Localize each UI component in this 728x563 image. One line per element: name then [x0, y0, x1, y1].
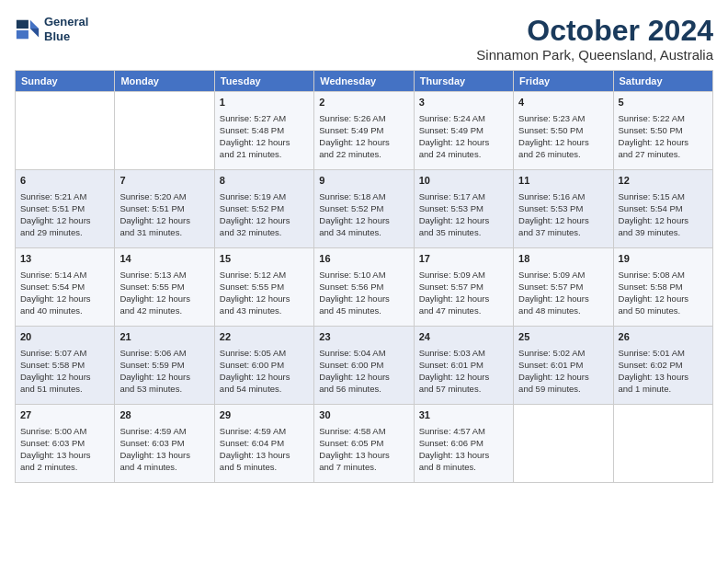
day-number: 31 — [419, 408, 508, 422]
day-detail: Sunrise: 5:27 AM Sunset: 5:48 PM Dayligh… — [220, 112, 309, 161]
day-number: 29 — [220, 408, 309, 422]
col-saturday: Saturday — [613, 71, 712, 92]
header: General Blue October 2024 Sinnamon Park,… — [15, 15, 713, 63]
day-number: 13 — [20, 252, 109, 266]
cell-w5-d5 — [514, 405, 613, 483]
col-sunday: Sunday — [16, 71, 115, 92]
day-detail: Sunrise: 5:23 AM Sunset: 5:50 PM Dayligh… — [518, 112, 608, 161]
cell-w5-d6 — [613, 405, 712, 483]
day-detail: Sunrise: 5:24 AM Sunset: 5:49 PM Dayligh… — [419, 112, 508, 161]
cell-w3-d2: 15Sunrise: 5:12 AM Sunset: 5:55 PM Dayli… — [214, 248, 313, 327]
day-detail: Sunrise: 5:18 AM Sunset: 5:52 PM Dayligh… — [319, 190, 408, 239]
day-detail: Sunrise: 5:21 AM Sunset: 5:51 PM Dayligh… — [20, 190, 109, 239]
day-number: 19 — [619, 252, 708, 266]
cell-w5-d4: 31Sunrise: 4:57 AM Sunset: 6:06 PM Dayli… — [414, 405, 513, 483]
logo: General Blue — [15, 15, 88, 43]
day-number: 12 — [619, 174, 708, 188]
day-detail: Sunrise: 4:57 AM Sunset: 6:06 PM Dayligh… — [419, 425, 508, 474]
day-detail: Sunrise: 5:20 AM Sunset: 5:51 PM Dayligh… — [119, 190, 209, 239]
cell-w3-d0: 13Sunrise: 5:14 AM Sunset: 5:54 PM Dayli… — [16, 248, 115, 327]
day-detail: Sunrise: 5:14 AM Sunset: 5:54 PM Dayligh… — [20, 269, 109, 317]
cell-w3-d5: 18Sunrise: 5:09 AM Sunset: 5:57 PM Dayli… — [514, 248, 613, 327]
day-number: 22 — [220, 330, 309, 344]
cell-w1-d4: 3Sunrise: 5:24 AM Sunset: 5:49 PM Daylig… — [414, 92, 513, 170]
cell-w5-d1: 28Sunrise: 4:59 AM Sunset: 6:03 PM Dayli… — [115, 405, 214, 483]
day-detail: Sunrise: 4:59 AM Sunset: 6:04 PM Dayligh… — [220, 425, 309, 474]
cell-w5-d2: 29Sunrise: 4:59 AM Sunset: 6:04 PM Dayli… — [214, 405, 313, 483]
day-detail: Sunrise: 5:26 AM Sunset: 5:49 PM Dayligh… — [319, 112, 408, 161]
cell-w3-d4: 17Sunrise: 5:09 AM Sunset: 5:57 PM Dayli… — [414, 248, 513, 327]
day-detail: Sunrise: 5:05 AM Sunset: 6:00 PM Dayligh… — [220, 347, 309, 396]
col-tuesday: Tuesday — [214, 71, 313, 92]
cell-w1-d2: 1Sunrise: 5:27 AM Sunset: 5:48 PM Daylig… — [214, 92, 313, 170]
cell-w2-d2: 8Sunrise: 5:19 AM Sunset: 5:52 PM Daylig… — [214, 170, 313, 248]
day-number: 21 — [119, 330, 209, 344]
day-detail: Sunrise: 5:01 AM Sunset: 6:02 PM Dayligh… — [619, 347, 708, 396]
cell-w4-d5: 25Sunrise: 5:02 AM Sunset: 6:01 PM Dayli… — [514, 327, 613, 405]
cell-w5-d3: 30Sunrise: 4:58 AM Sunset: 6:05 PM Dayli… — [314, 405, 414, 483]
day-number: 23 — [319, 330, 408, 344]
day-number: 17 — [419, 252, 508, 266]
day-number: 30 — [319, 408, 408, 422]
day-detail: Sunrise: 4:58 AM Sunset: 6:05 PM Dayligh… — [319, 425, 408, 474]
logo-line1: General — [44, 15, 88, 29]
location-title: Sinnamon Park, Queensland, Australia — [476, 47, 713, 63]
day-detail: Sunrise: 5:13 AM Sunset: 5:55 PM Dayligh… — [119, 269, 209, 317]
day-number: 10 — [419, 174, 508, 188]
day-detail: Sunrise: 5:22 AM Sunset: 5:50 PM Dayligh… — [619, 112, 708, 161]
cell-w5-d0: 27Sunrise: 5:00 AM Sunset: 6:03 PM Dayli… — [16, 405, 115, 483]
calendar-table: Sunday Monday Tuesday Wednesday Thursday… — [15, 70, 713, 483]
svg-rect-4 — [17, 30, 28, 39]
day-number: 14 — [119, 252, 209, 266]
title-block: October 2024 Sinnamon Park, Queensland, … — [476, 15, 713, 63]
day-detail: Sunrise: 5:17 AM Sunset: 5:53 PM Dayligh… — [419, 190, 508, 239]
calendar-body: 1Sunrise: 5:27 AM Sunset: 5:48 PM Daylig… — [16, 92, 713, 483]
svg-rect-3 — [17, 19, 28, 28]
cell-w4-d0: 20Sunrise: 5:07 AM Sunset: 5:58 PM Dayli… — [16, 327, 115, 405]
col-thursday: Thursday — [414, 71, 513, 92]
cell-w4-d6: 26Sunrise: 5:01 AM Sunset: 6:02 PM Dayli… — [613, 327, 712, 405]
day-number: 15 — [220, 252, 309, 266]
day-number: 3 — [419, 96, 508, 109]
day-number: 16 — [319, 252, 408, 266]
day-detail: Sunrise: 5:12 AM Sunset: 5:55 PM Dayligh… — [220, 269, 309, 317]
week-row-3: 13Sunrise: 5:14 AM Sunset: 5:54 PM Dayli… — [16, 248, 713, 327]
col-monday: Monday — [115, 71, 214, 92]
logo-text: General Blue — [44, 15, 88, 43]
cell-w4-d3: 23Sunrise: 5:04 AM Sunset: 6:00 PM Dayli… — [314, 327, 414, 405]
day-number: 26 — [619, 330, 708, 344]
day-detail: Sunrise: 5:04 AM Sunset: 6:00 PM Dayligh… — [319, 347, 408, 396]
day-detail: Sunrise: 5:00 AM Sunset: 6:03 PM Dayligh… — [20, 425, 109, 474]
day-detail: Sunrise: 5:09 AM Sunset: 5:57 PM Dayligh… — [419, 269, 508, 317]
day-number: 4 — [518, 96, 608, 109]
cell-w1-d3: 2Sunrise: 5:26 AM Sunset: 5:49 PM Daylig… — [314, 92, 414, 170]
cell-w2-d5: 11Sunrise: 5:16 AM Sunset: 5:53 PM Dayli… — [514, 170, 613, 248]
logo-line2: Blue — [44, 29, 88, 44]
week-row-2: 6Sunrise: 5:21 AM Sunset: 5:51 PM Daylig… — [16, 170, 713, 248]
day-detail: Sunrise: 5:09 AM Sunset: 5:57 PM Dayligh… — [518, 269, 608, 317]
day-number: 28 — [119, 408, 209, 422]
day-detail: Sunrise: 5:06 AM Sunset: 5:59 PM Dayligh… — [119, 347, 209, 396]
day-number: 6 — [20, 174, 109, 188]
cell-w4-d1: 21Sunrise: 5:06 AM Sunset: 5:59 PM Dayli… — [115, 327, 214, 405]
cell-w3-d6: 19Sunrise: 5:08 AM Sunset: 5:58 PM Dayli… — [613, 248, 712, 327]
header-row: Sunday Monday Tuesday Wednesday Thursday… — [16, 71, 713, 92]
week-row-4: 20Sunrise: 5:07 AM Sunset: 5:58 PM Dayli… — [16, 327, 713, 405]
cell-w3-d1: 14Sunrise: 5:13 AM Sunset: 5:55 PM Dayli… — [115, 248, 214, 327]
month-title: October 2024 — [476, 15, 713, 47]
day-number: 7 — [119, 174, 209, 188]
day-detail: Sunrise: 5:03 AM Sunset: 6:01 PM Dayligh… — [419, 347, 508, 396]
week-row-5: 27Sunrise: 5:00 AM Sunset: 6:03 PM Dayli… — [16, 405, 713, 483]
day-number: 2 — [319, 96, 408, 109]
cell-w1-d1 — [115, 92, 214, 170]
day-number: 5 — [619, 96, 708, 109]
day-detail: Sunrise: 5:07 AM Sunset: 5:58 PM Dayligh… — [20, 347, 109, 396]
cell-w2-d6: 12Sunrise: 5:15 AM Sunset: 5:54 PM Dayli… — [613, 170, 712, 248]
day-number: 8 — [220, 174, 309, 188]
day-number: 20 — [20, 330, 109, 344]
day-number: 9 — [319, 174, 408, 188]
day-detail: Sunrise: 5:15 AM Sunset: 5:54 PM Dayligh… — [619, 190, 708, 239]
day-detail: Sunrise: 5:10 AM Sunset: 5:56 PM Dayligh… — [319, 269, 408, 317]
col-friday: Friday — [514, 71, 613, 92]
cell-w2-d1: 7Sunrise: 5:20 AM Sunset: 5:51 PM Daylig… — [115, 170, 214, 248]
